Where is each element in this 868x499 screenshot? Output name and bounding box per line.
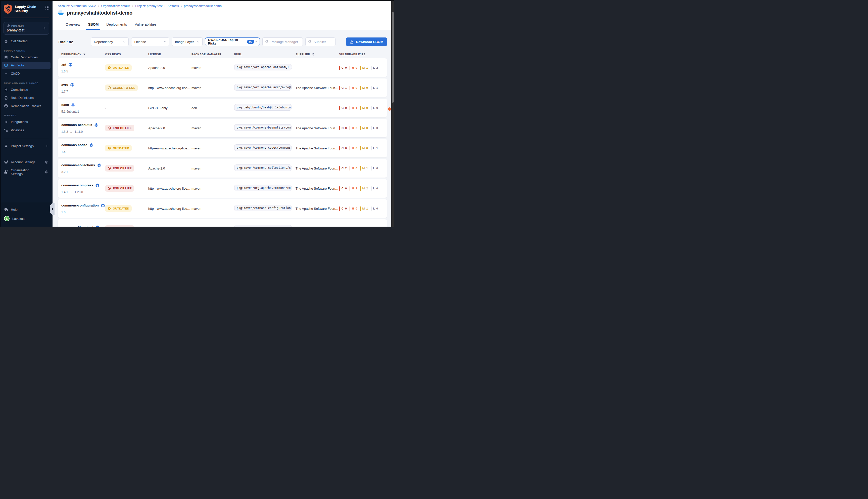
package-manager-search-input[interactable]: Package Manager — [262, 37, 303, 46]
supplier-search-input[interactable]: Supplier — [305, 37, 336, 46]
table-row[interactable]: bash 5.1-6ubuntu1 → - GPL-3.0-only deb p… — [58, 99, 387, 117]
tab-vulnerabilities[interactable]: Vulnerabilities — [135, 19, 156, 30]
medium-count: M 1 — [360, 207, 368, 211]
page-header: Account: Automation-SSCA›Organization: d… — [52, 1, 391, 19]
scrollbar-track[interactable] — [391, 1, 394, 227]
license-value: Apache-2.0 — [148, 167, 191, 170]
tab-sbom[interactable]: SBOM — [88, 19, 99, 30]
layers-icon — [101, 203, 105, 207]
sidebar-item-pipelines[interactable]: Pipelines — [2, 126, 51, 134]
table-row[interactable]: commons-compress 1.4.1 → 1.28.0 END OF L… — [58, 179, 387, 198]
dependency-version: 5.1-6ubuntu1 → — [61, 110, 105, 113]
ban-icon — [108, 187, 111, 190]
page-title: pranaycshah/todolist-demo — [67, 10, 133, 16]
tab-bar: Overview SBOM Deployments Vulnerabilitie… — [52, 19, 391, 30]
sidebar-section-risk-and-compliance: RISK AND COMPLIANCE — [4, 82, 49, 85]
sidebar-section-manage: MANAGE — [4, 114, 49, 117]
account-settings-label: Account Settings — [11, 160, 35, 164]
sidebar-item-account-settings[interactable]: Account Settings — [2, 158, 51, 166]
vulnerability-counts: C 1 H 0 M 0 L 1 — [339, 86, 387, 90]
sidebar-item-help[interactable]: ? Help — [2, 206, 51, 214]
tab-overview[interactable]: Overview — [66, 19, 80, 30]
breadcrumb-link-3[interactable]: Artifacts — [168, 4, 179, 8]
info-icon[interactable] — [45, 170, 49, 174]
purl-value[interactable]: pkg:deb/ubuntu/bash@5.1-6ubuntu1 — [234, 104, 291, 111]
purl-value[interactable]: pkg:maven/commons-codec/commons-… — [234, 144, 291, 151]
project-selector[interactable]: PROJECT pranay-test — [3, 22, 49, 35]
collapse-arrow-icon — [51, 208, 53, 210]
license-filter-dropdown[interactable]: License — [131, 37, 169, 46]
docker-icon — [58, 10, 65, 16]
gear-icon — [4, 144, 8, 148]
dependency-version: 1.6.5 → — [61, 70, 105, 73]
dependency-name: commons-collections — [61, 163, 95, 167]
purl-value[interactable]: pkg:maven/org.apache.avro/avro@1… — [234, 84, 291, 90]
sidebar-item-artifacts[interactable]: Artifacts — [2, 62, 51, 70]
clock-icon — [108, 146, 111, 150]
sidebar-item-rule-definitions[interactable]: Rule Definitions — [2, 94, 51, 101]
table-row[interactable]: commons-beanutils 1.8.3 → 1.11.0 END OF … — [58, 119, 387, 137]
module-grid-icon[interactable] — [45, 4, 50, 11]
sidebar-nav: Get StartedSUPPLY CHAINCode Repositories… — [0, 37, 52, 134]
info-icon[interactable] — [45, 160, 49, 164]
sidebar-item-compliance[interactable]: Compliance — [2, 86, 51, 94]
dependency-name: commons-beanutils — [61, 123, 92, 127]
high-count: H 0 — [350, 86, 357, 90]
purl-value[interactable]: pkg:maven/commons-beanutils/comm… — [234, 124, 291, 131]
sidebar-header: Supply Chain Security — [0, 1, 52, 15]
search-icon — [308, 40, 312, 44]
user-menu[interactable]: L Lavakush — [2, 214, 51, 223]
dependency-table: ant 1.6.5 → OUTDATED Apache-2.0 maven pk… — [58, 58, 387, 227]
sidebar-item-integrations[interactable]: Integrations — [2, 118, 51, 126]
sidebar-item-ci-cd[interactable]: CI/CD — [2, 70, 51, 77]
breadcrumb-link-2[interactable]: Project: pranay-test — [135, 4, 162, 8]
table-row[interactable]: commons-collections 3.2.1 → END OF LIFE … — [58, 159, 387, 178]
svg-text:?: ? — [5, 208, 6, 210]
download-sbom-button[interactable]: Download SBOM — [346, 37, 387, 46]
breadcrumb-link-4[interactable]: pranaycshah/todolist-demo — [184, 4, 222, 8]
owasp-risks-filter-dropdown[interactable]: OWASP OSS Top 10 Risks 02 — [205, 37, 260, 46]
high-count: H 1 — [350, 106, 357, 110]
column-header-dependency[interactable]: DEPENDENCY — [61, 53, 105, 56]
help-chat-icon: ? — [4, 207, 8, 212]
purl-value[interactable]: pkg:maven/org.apache.ant/ant@1.6… — [234, 64, 291, 70]
purl-value[interactable]: pkg:maven/commons-fileupload/co… — [234, 225, 291, 227]
sidebar-item-project-settings[interactable]: Project Settings — [2, 142, 51, 150]
column-header-supplier[interactable]: SUPPLIER — [295, 53, 339, 56]
chevron-down-icon — [197, 40, 200, 43]
download-icon — [350, 40, 354, 44]
dependency-version: 1.7.7 → — [61, 90, 105, 93]
breadcrumb-link-1[interactable]: Organization: default — [101, 4, 130, 8]
home-icon — [4, 39, 8, 43]
supplier-value: The Apache Software Foun… — [295, 146, 339, 150]
dependency-name: commons-codec — [61, 143, 87, 147]
organization-settings-label: Organization Settings — [11, 168, 42, 176]
table-row[interactable]: commons-codec 1.6 → OUTDATED http---www.… — [58, 139, 387, 157]
box-edit-icon — [4, 104, 8, 108]
table-row[interactable]: avro 1.7.7 → CLOSE TO EOL http---www.apa… — [58, 78, 387, 97]
sidebar-item-get-started[interactable]: Get Started — [2, 37, 51, 45]
purl-value[interactable]: pkg:maven/commons-configuration/… — [234, 205, 291, 211]
tab-deployments[interactable]: Deployments — [106, 19, 127, 30]
table-row[interactable]: ant 1.6.5 → OUTDATED Apache-2.0 maven pk… — [58, 58, 387, 77]
purl-value[interactable]: pkg:maven/commons-collections/co… — [234, 165, 291, 171]
window-top-edge — [0, 0, 394, 1]
chevron-down-icon — [254, 40, 257, 43]
breadcrumb-link-0[interactable]: Account: Automation-SSCA — [58, 4, 96, 8]
dependency-filter-dropdown[interactable]: Dependency — [91, 37, 129, 46]
table-row[interactable]: commons-configuration 1.6 → OUTDATED htt… — [58, 199, 387, 218]
column-header-purl: PURL — [234, 53, 295, 56]
layers-icon — [71, 102, 75, 107]
high-count: H 2 — [350, 186, 357, 191]
purl-value[interactable]: pkg:maven/org.apache.commons/com… — [234, 185, 291, 191]
scrollbar-thumb[interactable] — [392, 12, 394, 102]
vulnerability-counts: C 0 H 0 M 1 L 2 — [339, 66, 387, 70]
table-row[interactable]: commons-fileupload → END OF LIFE Apache-… — [58, 219, 387, 227]
dependency-version: 1.6 → — [61, 210, 105, 214]
medium-count: M 2 — [360, 186, 368, 191]
image-layer-filter-dropdown[interactable]: Image Layer — [172, 37, 203, 46]
sidebar-item-organization-settings[interactable]: Organization Settings — [2, 167, 51, 178]
dependency-version: 1.8.3 → 1.11.0 — [61, 130, 105, 134]
sidebar-item-remediation-tracker[interactable]: Remediation Tracker — [2, 102, 51, 110]
sidebar-item-code-repositories[interactable]: Code Repositories — [2, 53, 51, 61]
